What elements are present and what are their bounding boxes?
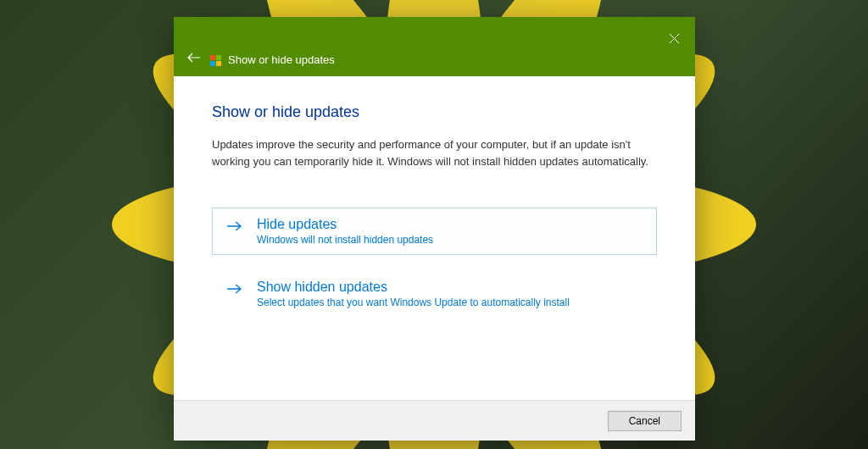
option-title: Show hidden updates	[257, 280, 643, 295]
dialog-footer: Cancel	[174, 400, 695, 441]
option-subtitle: Windows will not install hidden updates	[257, 234, 643, 246]
dialog-header: Show or hide updates	[174, 17, 695, 76]
cancel-button[interactable]: Cancel	[608, 411, 682, 431]
update-troubleshooter-dialog: Show or hide updates Show or hide update…	[174, 17, 695, 441]
back-arrow-icon	[187, 53, 201, 63]
page-description: Updates improve the security and perform…	[212, 136, 657, 169]
page-title: Show or hide updates	[212, 103, 657, 121]
close-icon	[670, 34, 679, 43]
arrow-right-icon	[226, 219, 242, 236]
dialog-body: Show or hide updates Updates improve the…	[174, 76, 695, 400]
dialog-header-title: Show or hide updates	[228, 53, 335, 66]
option-title: Hide updates	[257, 217, 643, 232]
option-hide-updates[interactable]: Hide updates Windows will not install hi…	[212, 208, 657, 255]
option-subtitle: Select updates that you want Windows Upd…	[257, 297, 643, 308]
back-button[interactable]	[187, 51, 201, 66]
windows-logo-icon	[209, 54, 221, 66]
option-show-hidden-updates[interactable]: Show hidden updates Select updates that …	[212, 270, 657, 318]
arrow-right-icon	[226, 281, 242, 299]
close-button[interactable]	[661, 25, 687, 51]
